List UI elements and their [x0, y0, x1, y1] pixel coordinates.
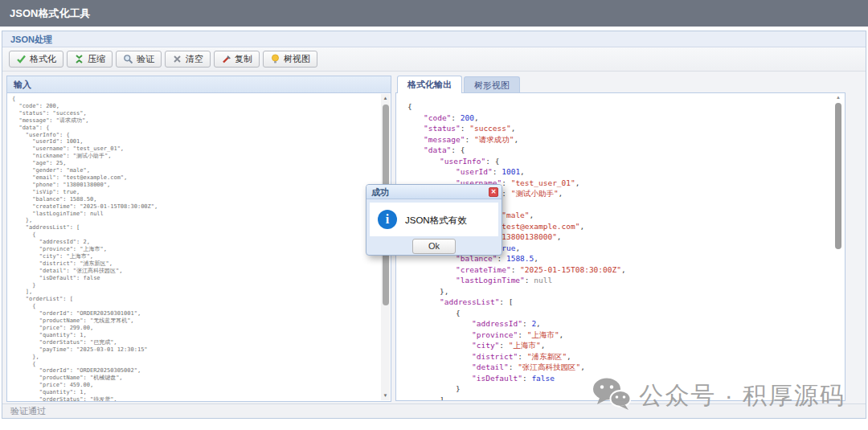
copy-brush-icon	[221, 54, 231, 64]
output-tabs: 格式化输出树形视图	[395, 76, 845, 93]
tab-tree-view[interactable]: 树形视图	[464, 76, 520, 93]
json-output-line: "lastLoginTime": null	[407, 275, 830, 286]
json-output-line: {	[407, 308, 830, 319]
compress-button[interactable]: 压缩	[67, 51, 113, 68]
copy-button[interactable]: 复制	[214, 51, 260, 68]
scroll-up-icon[interactable]: ▲	[381, 94, 390, 103]
json-input-textarea[interactable]: { "code": 200, "status": "success", "mes…	[12, 96, 378, 401]
json-output-line: "addressId": 2,	[407, 318, 830, 330]
format-button[interactable]: 格式化	[9, 51, 63, 68]
json-output-line: "status": "success",	[407, 123, 830, 134]
scroll-up-icon[interactable]: ▲	[834, 95, 842, 100]
validate-button[interactable]: 验证	[116, 51, 162, 68]
input-panel-title: 输入	[7, 76, 391, 93]
button-label: 复制	[235, 53, 252, 65]
json-output-line: "message": "请求成功",	[407, 134, 830, 145]
close-icon[interactable]: ✕	[489, 187, 498, 197]
dialog-title: 成功	[371, 187, 389, 197]
button-label: 压缩	[88, 53, 105, 65]
button-label: 清空	[186, 53, 203, 65]
bulb-icon	[270, 54, 280, 64]
watermark-text: 公众号 · 积厚源码	[639, 379, 845, 412]
json-output-line: {	[407, 101, 830, 113]
button-label: 树视图	[284, 53, 310, 65]
json-output-line: "addressList": [	[407, 297, 830, 308]
treeview-button[interactable]: 树视图	[263, 51, 317, 68]
dialog-titlebar[interactable]: 成功 ✕	[366, 185, 502, 199]
json-output-line: "createTime": "2025-01-15T08:30:00Z",	[407, 264, 830, 276]
panel-header: JSON处理	[2, 31, 866, 47]
output-scroll-thumb[interactable]	[835, 103, 841, 249]
window-title: JSON格式化工具	[0, 0, 868, 27]
ok-button[interactable]: Ok	[412, 239, 456, 254]
scroll-down-icon[interactable]: ▼	[381, 391, 390, 400]
input-body[interactable]: { "code": 200, "status": "success", "mes…	[7, 93, 391, 401]
tab-formatted-output[interactable]: 格式化输出	[397, 76, 462, 93]
button-label: 验证	[137, 53, 154, 65]
input-panel: 输入 { "code": 200, "status": "success", "…	[6, 76, 391, 402]
check-icon	[16, 54, 27, 64]
json-output-line: "data": {	[407, 145, 830, 156]
watermark: 公众号 · 积厚源码	[592, 377, 845, 414]
compress-icon	[74, 54, 84, 64]
json-output-line: "district": "浦东新区",	[407, 351, 830, 362]
dialog-footer: Ok	[366, 236, 502, 256]
json-output-line: "code": 200,	[407, 113, 830, 124]
clear-button[interactable]: 清空	[165, 51, 211, 68]
wechat-icon	[592, 377, 631, 414]
json-output-line: "city": "上海市",	[407, 340, 830, 351]
dialog-message: JSON格式有效	[405, 215, 467, 227]
json-output-line: "userInfo": {	[407, 156, 830, 167]
toolbar: 格式化压缩验证清空复制树视图	[2, 47, 866, 72]
json-output-line: },	[407, 286, 830, 297]
json-output-line: "userId": 1001,	[407, 166, 830, 178]
button-label: 格式化	[30, 53, 56, 65]
magnifier-icon	[123, 54, 133, 64]
dialog-body: i JSON格式有效	[370, 203, 498, 236]
info-icon: i	[378, 210, 397, 229]
json-output-line: "province": "上海市",	[407, 330, 830, 341]
success-dialog: 成功 ✕ i JSON格式有效 Ok	[366, 184, 502, 256]
json-output-line: "detail": "张江高科技园区",	[407, 362, 830, 373]
clear-x-icon	[172, 54, 182, 64]
output-scrollbar[interactable]: ▲	[834, 95, 842, 399]
